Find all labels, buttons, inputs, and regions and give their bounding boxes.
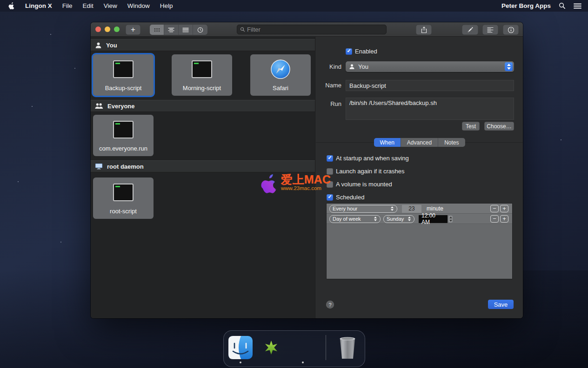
choose-button-label: Choose… (487, 123, 511, 130)
close-window-button[interactable] (95, 26, 101, 32)
lingonberry-dock-icon[interactable] (260, 336, 284, 360)
choose-button[interactable]: Choose… (484, 122, 514, 131)
minute-value-field[interactable]: 23 (402, 205, 421, 213)
info-icon (508, 26, 514, 33)
test-button[interactable]: Test (462, 122, 480, 131)
minimize-window-button[interactable] (105, 26, 110, 32)
menu-item-file[interactable]: File (62, 2, 73, 9)
enabled-checkbox[interactable] (346, 48, 352, 55)
chevron-up-down-icon (408, 216, 411, 222)
job-detail-panel: Enabled Kind You Name Run /bin/sh /Users… (316, 37, 523, 318)
info-button[interactable] (503, 25, 519, 35)
option-label: Launch again if it crashes (336, 168, 404, 175)
spotlight-search-icon[interactable] (559, 2, 566, 9)
menu-item-window[interactable]: Window (127, 2, 150, 9)
job-tile-morning-script[interactable]: Morning-script (172, 54, 232, 96)
schedule-view-segment[interactable] (193, 25, 207, 35)
tab-advanced[interactable]: Advanced (401, 138, 438, 147)
interval-select[interactable]: Day of week (329, 215, 381, 223)
schedule-table: Every hour 23 minute − + Day of week (326, 203, 513, 279)
run-label: Run (316, 100, 341, 107)
trash-dock-icon[interactable] (336, 336, 361, 359)
desktop-star (74, 68, 75, 69)
when-option-scheduled[interactable]: Scheduled (327, 194, 364, 201)
enabled-checkbox-row[interactable]: Enabled (346, 48, 377, 55)
window-toolbar: + (91, 22, 523, 37)
menu-item-edit[interactable]: Edit (83, 2, 94, 9)
watermark-apple-icon (261, 174, 278, 194)
share-button[interactable] (416, 25, 432, 35)
job-tile-safari[interactable]: Safari (250, 54, 311, 96)
scheduled-checkbox[interactable] (327, 194, 333, 201)
option-label: At startup and when saving (336, 155, 409, 162)
section-label: root daemon (107, 163, 144, 170)
add-schedule-button[interactable]: + (500, 205, 508, 212)
when-option-volume-mounted[interactable]: A volume is mounted (327, 181, 392, 188)
tab-when[interactable]: When (374, 138, 401, 147)
compact-list-segment[interactable] (179, 25, 193, 35)
apple-menu-icon[interactable] (8, 2, 15, 10)
interval-select[interactable]: Every hour (329, 205, 397, 213)
name-label: Name (316, 82, 341, 89)
running-indicator-dot (302, 361, 304, 363)
edit-button[interactable] (462, 25, 478, 35)
tab-label: When (380, 139, 394, 146)
notification-center-icon[interactable] (574, 3, 581, 9)
zoom-window-button[interactable] (114, 26, 120, 32)
grid-view-icon (154, 28, 160, 32)
time-value: 12:00 AM (421, 212, 445, 225)
watermark-title: 爱上MAC (281, 174, 331, 185)
day-select[interactable]: Sunday (383, 215, 414, 223)
when-option-startup[interactable]: At startup and when saving (327, 155, 409, 162)
remove-schedule-button[interactable]: − (490, 215, 499, 223)
save-button[interactable]: Save (488, 300, 514, 309)
help-button[interactable]: ? (326, 301, 334, 309)
script-icon (113, 60, 134, 78)
tab-label: Advanced (407, 139, 432, 146)
schedule-row-every-hour: Every hour 23 minute − + (327, 204, 512, 214)
add-job-button[interactable]: + (126, 25, 140, 35)
finder-dock-icon[interactable] (228, 336, 253, 359)
watermark-url: www.23mac.com (281, 185, 331, 191)
startup-checkbox[interactable] (327, 155, 333, 162)
red-ball-dock-icon[interactable] (292, 336, 316, 359)
add-schedule-button[interactable]: + (500, 215, 508, 223)
run-input[interactable]: /bin/sh /Users/Shared/backup.sh (346, 98, 514, 120)
log-button[interactable] (482, 25, 498, 35)
menu-status-text[interactable]: Peter Borg Apps (501, 2, 551, 9)
section-label: Everyone (107, 103, 135, 110)
filter-field[interactable] (237, 25, 387, 34)
menu-item-help[interactable]: Help (160, 2, 173, 9)
tab-notes[interactable]: Notes (438, 138, 465, 147)
when-option-relaunch[interactable]: Launch again if it crashes (327, 168, 404, 175)
job-tile-backup-script[interactable]: Backup-script (93, 54, 154, 96)
running-indicator-dot (240, 361, 241, 363)
icon-view-segment[interactable] (150, 25, 164, 35)
menu-app-name[interactable]: Lingon X (25, 2, 52, 9)
time-field[interactable]: 12:00 AM (419, 215, 448, 223)
job-tile-label: com.everyone.run (93, 145, 154, 152)
clock-icon (197, 27, 203, 33)
time-stepper[interactable] (448, 216, 453, 223)
desktop-star (60, 242, 61, 243)
berry-leaf-icon (264, 341, 278, 355)
dock-divider (326, 335, 326, 360)
remove-schedule-button[interactable]: − (490, 205, 499, 212)
desktop-star (561, 139, 561, 140)
search-icon (240, 27, 245, 32)
save-button-label: Save (494, 301, 508, 308)
job-tile-root-script[interactable]: root-script (93, 177, 154, 219)
menu-item-view[interactable]: View (104, 2, 117, 9)
job-tile-com-everyone-run[interactable]: com.everyone.run (93, 115, 154, 156)
list-view-segment[interactable] (164, 25, 179, 35)
kind-value: You (358, 63, 368, 70)
section-header-you: You (91, 39, 315, 51)
lingon-x-window: + (91, 22, 523, 318)
watermark: 爱上MAC www.23mac.com (261, 174, 331, 194)
job-tile-label: root-script (93, 208, 154, 215)
job-tile-label: Backup-script (93, 85, 154, 92)
kind-popup-button[interactable]: You (346, 61, 514, 72)
user-icon (95, 42, 102, 49)
filter-input[interactable] (247, 26, 383, 33)
name-input[interactable] (346, 80, 514, 91)
